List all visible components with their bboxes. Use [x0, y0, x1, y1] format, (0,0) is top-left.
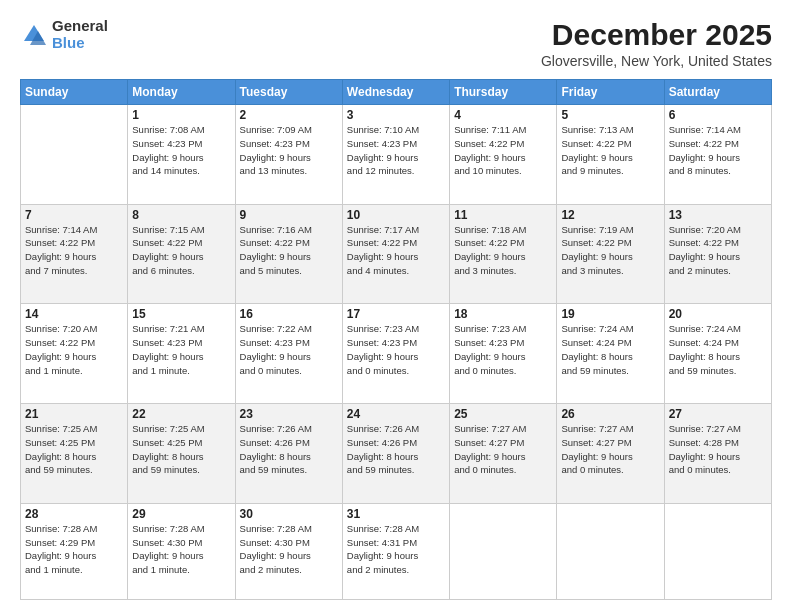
day-number: 14	[25, 307, 123, 321]
day-info: Sunrise: 7:24 AMSunset: 4:24 PMDaylight:…	[561, 322, 659, 377]
table-row: 14Sunrise: 7:20 AMSunset: 4:22 PMDayligh…	[21, 304, 128, 404]
logo: General Blue	[20, 18, 108, 51]
day-number: 25	[454, 407, 552, 421]
day-info: Sunrise: 7:24 AMSunset: 4:24 PMDaylight:…	[669, 322, 767, 377]
table-row: 28Sunrise: 7:28 AMSunset: 4:29 PMDayligh…	[21, 503, 128, 599]
table-row	[557, 503, 664, 599]
day-number: 17	[347, 307, 445, 321]
day-info: Sunrise: 7:20 AMSunset: 4:22 PMDaylight:…	[25, 322, 123, 377]
table-row: 5Sunrise: 7:13 AMSunset: 4:22 PMDaylight…	[557, 105, 664, 205]
day-info: Sunrise: 7:18 AMSunset: 4:22 PMDaylight:…	[454, 223, 552, 278]
day-number: 8	[132, 208, 230, 222]
table-row	[450, 503, 557, 599]
day-info: Sunrise: 7:27 AMSunset: 4:27 PMDaylight:…	[561, 422, 659, 477]
day-info: Sunrise: 7:15 AMSunset: 4:22 PMDaylight:…	[132, 223, 230, 278]
col-wednesday: Wednesday	[342, 80, 449, 105]
day-number: 27	[669, 407, 767, 421]
col-thursday: Thursday	[450, 80, 557, 105]
day-number: 29	[132, 507, 230, 521]
day-number: 18	[454, 307, 552, 321]
day-info: Sunrise: 7:28 AMSunset: 4:31 PMDaylight:…	[347, 522, 445, 577]
table-row: 31Sunrise: 7:28 AMSunset: 4:31 PMDayligh…	[342, 503, 449, 599]
day-number: 9	[240, 208, 338, 222]
logo-general: General	[52, 18, 108, 35]
day-info: Sunrise: 7:17 AMSunset: 4:22 PMDaylight:…	[347, 223, 445, 278]
calendar-header-row: Sunday Monday Tuesday Wednesday Thursday…	[21, 80, 772, 105]
table-row: 7Sunrise: 7:14 AMSunset: 4:22 PMDaylight…	[21, 204, 128, 304]
table-row: 4Sunrise: 7:11 AMSunset: 4:22 PMDaylight…	[450, 105, 557, 205]
table-row: 20Sunrise: 7:24 AMSunset: 4:24 PMDayligh…	[664, 304, 771, 404]
table-row: 26Sunrise: 7:27 AMSunset: 4:27 PMDayligh…	[557, 404, 664, 504]
day-info: Sunrise: 7:14 AMSunset: 4:22 PMDaylight:…	[669, 123, 767, 178]
table-row: 1Sunrise: 7:08 AMSunset: 4:23 PMDaylight…	[128, 105, 235, 205]
day-info: Sunrise: 7:09 AMSunset: 4:23 PMDaylight:…	[240, 123, 338, 178]
logo-text: General Blue	[52, 18, 108, 51]
table-row: 21Sunrise: 7:25 AMSunset: 4:25 PMDayligh…	[21, 404, 128, 504]
table-row	[664, 503, 771, 599]
day-number: 2	[240, 108, 338, 122]
day-info: Sunrise: 7:23 AMSunset: 4:23 PMDaylight:…	[454, 322, 552, 377]
table-row: 27Sunrise: 7:27 AMSunset: 4:28 PMDayligh…	[664, 404, 771, 504]
day-info: Sunrise: 7:25 AMSunset: 4:25 PMDaylight:…	[25, 422, 123, 477]
day-number: 28	[25, 507, 123, 521]
table-row: 24Sunrise: 7:26 AMSunset: 4:26 PMDayligh…	[342, 404, 449, 504]
table-row: 12Sunrise: 7:19 AMSunset: 4:22 PMDayligh…	[557, 204, 664, 304]
table-row: 9Sunrise: 7:16 AMSunset: 4:22 PMDaylight…	[235, 204, 342, 304]
table-row: 8Sunrise: 7:15 AMSunset: 4:22 PMDaylight…	[128, 204, 235, 304]
day-number: 30	[240, 507, 338, 521]
table-row: 6Sunrise: 7:14 AMSunset: 4:22 PMDaylight…	[664, 105, 771, 205]
col-friday: Friday	[557, 80, 664, 105]
logo-icon	[20, 21, 48, 49]
day-info: Sunrise: 7:20 AMSunset: 4:22 PMDaylight:…	[669, 223, 767, 278]
day-number: 3	[347, 108, 445, 122]
day-number: 7	[25, 208, 123, 222]
table-row	[21, 105, 128, 205]
day-info: Sunrise: 7:08 AMSunset: 4:23 PMDaylight:…	[132, 123, 230, 178]
calendar-week-row: 1Sunrise: 7:08 AMSunset: 4:23 PMDaylight…	[21, 105, 772, 205]
calendar-week-row: 7Sunrise: 7:14 AMSunset: 4:22 PMDaylight…	[21, 204, 772, 304]
table-row: 16Sunrise: 7:22 AMSunset: 4:23 PMDayligh…	[235, 304, 342, 404]
calendar-week-row: 28Sunrise: 7:28 AMSunset: 4:29 PMDayligh…	[21, 503, 772, 599]
day-info: Sunrise: 7:23 AMSunset: 4:23 PMDaylight:…	[347, 322, 445, 377]
day-info: Sunrise: 7:11 AMSunset: 4:22 PMDaylight:…	[454, 123, 552, 178]
calendar-page: General Blue December 2025 Gloversville,…	[0, 0, 792, 612]
col-sunday: Sunday	[21, 80, 128, 105]
day-info: Sunrise: 7:25 AMSunset: 4:25 PMDaylight:…	[132, 422, 230, 477]
day-number: 16	[240, 307, 338, 321]
day-info: Sunrise: 7:27 AMSunset: 4:27 PMDaylight:…	[454, 422, 552, 477]
table-row: 30Sunrise: 7:28 AMSunset: 4:30 PMDayligh…	[235, 503, 342, 599]
day-number: 11	[454, 208, 552, 222]
day-info: Sunrise: 7:16 AMSunset: 4:22 PMDaylight:…	[240, 223, 338, 278]
day-info: Sunrise: 7:14 AMSunset: 4:22 PMDaylight:…	[25, 223, 123, 278]
table-row: 25Sunrise: 7:27 AMSunset: 4:27 PMDayligh…	[450, 404, 557, 504]
table-row: 2Sunrise: 7:09 AMSunset: 4:23 PMDaylight…	[235, 105, 342, 205]
day-info: Sunrise: 7:27 AMSunset: 4:28 PMDaylight:…	[669, 422, 767, 477]
day-number: 4	[454, 108, 552, 122]
table-row: 11Sunrise: 7:18 AMSunset: 4:22 PMDayligh…	[450, 204, 557, 304]
day-number: 15	[132, 307, 230, 321]
col-tuesday: Tuesday	[235, 80, 342, 105]
col-saturday: Saturday	[664, 80, 771, 105]
month-title: December 2025	[541, 18, 772, 51]
day-info: Sunrise: 7:26 AMSunset: 4:26 PMDaylight:…	[240, 422, 338, 477]
table-row: 29Sunrise: 7:28 AMSunset: 4:30 PMDayligh…	[128, 503, 235, 599]
day-number: 21	[25, 407, 123, 421]
day-info: Sunrise: 7:28 AMSunset: 4:30 PMDaylight:…	[132, 522, 230, 577]
day-info: Sunrise: 7:28 AMSunset: 4:29 PMDaylight:…	[25, 522, 123, 577]
table-row: 22Sunrise: 7:25 AMSunset: 4:25 PMDayligh…	[128, 404, 235, 504]
table-row: 3Sunrise: 7:10 AMSunset: 4:23 PMDaylight…	[342, 105, 449, 205]
day-number: 19	[561, 307, 659, 321]
day-number: 23	[240, 407, 338, 421]
table-row: 10Sunrise: 7:17 AMSunset: 4:22 PMDayligh…	[342, 204, 449, 304]
day-info: Sunrise: 7:22 AMSunset: 4:23 PMDaylight:…	[240, 322, 338, 377]
day-info: Sunrise: 7:26 AMSunset: 4:26 PMDaylight:…	[347, 422, 445, 477]
header: General Blue December 2025 Gloversville,…	[20, 18, 772, 69]
calendar-week-row: 21Sunrise: 7:25 AMSunset: 4:25 PMDayligh…	[21, 404, 772, 504]
day-info: Sunrise: 7:13 AMSunset: 4:22 PMDaylight:…	[561, 123, 659, 178]
calendar-table: Sunday Monday Tuesday Wednesday Thursday…	[20, 79, 772, 600]
table-row: 23Sunrise: 7:26 AMSunset: 4:26 PMDayligh…	[235, 404, 342, 504]
day-info: Sunrise: 7:28 AMSunset: 4:30 PMDaylight:…	[240, 522, 338, 577]
day-number: 10	[347, 208, 445, 222]
day-info: Sunrise: 7:10 AMSunset: 4:23 PMDaylight:…	[347, 123, 445, 178]
table-row: 18Sunrise: 7:23 AMSunset: 4:23 PMDayligh…	[450, 304, 557, 404]
